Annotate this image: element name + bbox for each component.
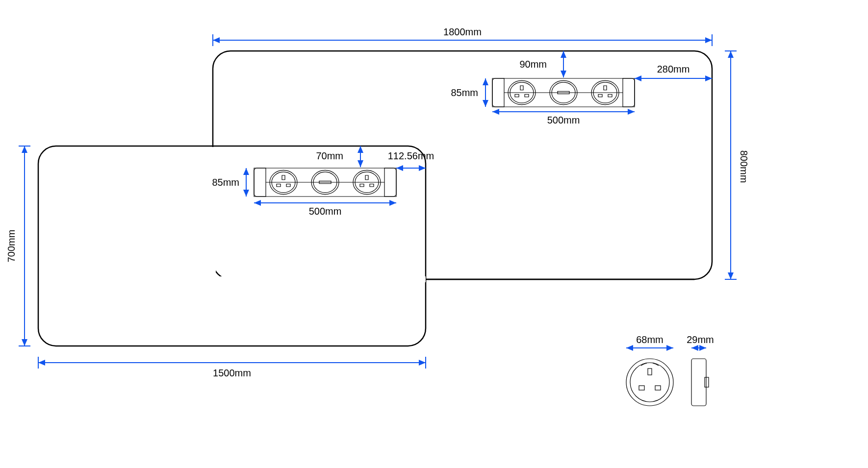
dim-plug-diameter: 68mm: [626, 334, 673, 351]
label-large-outlet-top: 90mm: [519, 59, 547, 70]
dim-small-width: 1500mm: [38, 357, 426, 378]
label-large-outlet-right: 280mm: [657, 64, 690, 74]
label-small-outlet-h: 85mm: [212, 177, 239, 188]
label-large-outlet-h: 85mm: [451, 87, 478, 98]
label-small-width: 1500mm: [213, 368, 251, 378]
svg-rect-44: [691, 359, 706, 406]
label-large-width: 1800mm: [443, 26, 482, 37]
label-plug-dia: 68mm: [636, 334, 664, 345]
dim-small-outlet-top: 70mm: [316, 146, 363, 167]
dim-large-height: 800mm: [725, 51, 749, 279]
svg-rect-26: [214, 276, 426, 282]
svg-rect-34: [210, 147, 216, 280]
svg-point-39: [626, 359, 673, 406]
label-small-outlet-top: 70mm: [316, 150, 343, 161]
label-small-height: 700mm: [6, 230, 17, 263]
svg-rect-45: [705, 377, 709, 387]
label-small-outlet-right: 112.56mm: [388, 150, 434, 161]
label-plug-depth: 29mm: [687, 334, 714, 345]
dim-large-outlet-height: 85mm: [451, 78, 488, 107]
plug-side: [691, 359, 709, 406]
dim-plug-depth: 29mm: [687, 334, 714, 351]
svg-rect-41: [648, 369, 652, 375]
dim-small-height: 700mm: [6, 146, 30, 346]
dim-small-outlet-width: 500mm: [254, 200, 396, 217]
svg-rect-42: [639, 386, 644, 390]
label-large-height: 800mm: [739, 150, 749, 183]
desk-large-outline: [213, 51, 712, 279]
desk-small-outline: [38, 146, 426, 346]
dim-large-width: 1800mm: [213, 26, 712, 46]
diagram-canvas: 1800mm 800mm 500mm 85mm 90mm: [0, 0, 868, 468]
label-small-outlet-width: 500mm: [309, 206, 342, 217]
dim-small-outlet-height: 85mm: [212, 168, 249, 197]
outlet-small: [254, 168, 396, 197]
outlet-large: [492, 78, 635, 107]
plug-face: [626, 359, 673, 406]
label-large-outlet-width: 500mm: [547, 115, 580, 125]
dim-large-outlet-top: 90mm: [519, 51, 566, 77]
svg-rect-43: [655, 386, 661, 390]
dim-large-outlet-width: 500mm: [492, 109, 635, 125]
dim-large-outlet-right: 280mm: [635, 64, 712, 81]
